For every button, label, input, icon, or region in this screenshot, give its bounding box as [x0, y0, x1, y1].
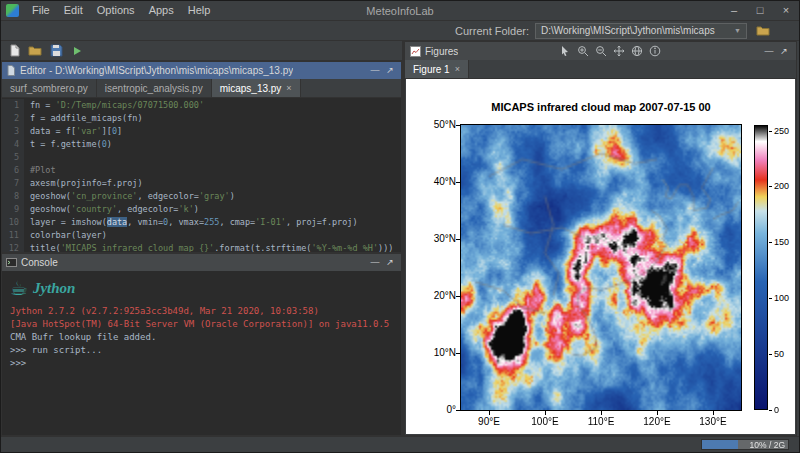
console-output[interactable]: ☕ Jython Jython 2.7.2 (v2.7.2:925a3cc3b4…	[2, 271, 401, 435]
tab-figure-1[interactable]: Figure 1 ×	[405, 60, 469, 78]
console-panel-buttons: — ↗	[368, 255, 397, 270]
open-file-button[interactable]	[26, 42, 44, 60]
editor-minimize-button[interactable]: —	[368, 63, 382, 78]
menu-file[interactable]: File	[25, 1, 57, 20]
code-text: axesm(projinfo=f.proj)	[24, 177, 143, 190]
run-script-button[interactable]	[68, 42, 86, 60]
menu-apps[interactable]: Apps	[142, 1, 181, 20]
left-column: Editor - D:\Working\MIScript\Jython\mis\…	[1, 41, 402, 436]
pan-button[interactable]	[612, 44, 626, 58]
colorbar-tick-label: 0	[774, 405, 779, 415]
line-number: 11	[2, 229, 24, 242]
tick-mark	[456, 296, 460, 297]
minimize-window-button[interactable]: –	[721, 1, 747, 20]
close-tab-icon[interactable]: ×	[286, 83, 291, 93]
line-number: 8	[2, 190, 24, 203]
figure-title: MICAPS infrared cloud map 2007-07-15 00	[460, 101, 742, 113]
app-logo-icon	[6, 4, 19, 17]
colorbar-tick-label: 100	[774, 293, 789, 303]
console-lines: Jython 2.7.2 (v2.7.2:925a3cc3b49d, Mar 2…	[10, 305, 393, 370]
console-minimize-button[interactable]: —	[368, 255, 382, 270]
code-text: geoshow('cn_province', edgecolor='gray')	[24, 190, 235, 203]
globe-icon	[631, 45, 643, 57]
tick-mark	[601, 411, 602, 415]
browse-folder-button[interactable]	[753, 22, 773, 39]
line-number: 7	[2, 177, 24, 190]
x-tick-label: 130°E	[691, 416, 735, 427]
menu-edit[interactable]: Edit	[57, 1, 90, 20]
memory-progress-bar: 10% / 2G	[701, 439, 789, 450]
menu-help[interactable]: Help	[181, 1, 218, 20]
code-text	[24, 151, 35, 164]
code-lines: 1fn = 'D:/Temp/micaps/07071500.000'2f = …	[2, 99, 401, 252]
console-line: CMA Bufr lookup file added.	[10, 331, 393, 344]
code-editor[interactable]: 1fn = 'D:/Temp/micaps/07071500.000'2f = …	[2, 98, 401, 252]
colorbar-tick-label: 50	[774, 349, 784, 359]
console-line: >>>	[10, 357, 393, 370]
full-extent-button[interactable]	[630, 44, 644, 58]
zoom-out-button[interactable]	[594, 44, 608, 58]
zoom-in-button[interactable]	[576, 44, 590, 58]
maximize-window-button[interactable]: □	[747, 1, 773, 20]
code-line: 10layer = imshow(data, vmin=0, vmax=255,…	[2, 216, 401, 229]
colorbar-tick-label: 200	[774, 181, 789, 191]
line-number: 6	[2, 164, 24, 177]
line-number: 2	[2, 112, 24, 125]
console-float-button[interactable]: ↗	[383, 255, 397, 270]
tick-mark	[769, 410, 772, 411]
tick-mark	[769, 186, 772, 187]
code-text: colorbar(layer)	[24, 229, 107, 242]
editor-float-button[interactable]: ↗	[383, 63, 397, 78]
code-line: 2f = addfile_micaps(fn)	[2, 112, 401, 125]
menu-options[interactable]: Options	[90, 1, 142, 20]
tick-mark	[545, 411, 546, 415]
y-tick-label: 40°N	[414, 176, 456, 187]
menubar: File Edit Options Apps Help	[25, 1, 217, 20]
code-line: 11colorbar(layer)	[2, 229, 401, 242]
tab-label: isentropic_analysis.py	[105, 83, 203, 94]
map-canvas[interactable]	[461, 125, 741, 410]
titlebar: File Edit Options Apps Help MeteoInfoLab…	[1, 1, 799, 21]
tab-micaps-13[interactable]: micaps_13.py ×	[212, 79, 301, 97]
code-line: 5	[2, 151, 401, 164]
tab-isentropic-analysis[interactable]: isentropic_analysis.py	[97, 79, 212, 97]
pan-icon	[613, 45, 625, 57]
zoom-out-icon	[595, 45, 607, 57]
select-button[interactable]	[558, 44, 572, 58]
current-folder-bar: Current Folder: D:\Working\MIScript\Jyth…	[1, 21, 799, 41]
new-file-button[interactable]	[5, 42, 23, 60]
identify-button[interactable]	[648, 44, 662, 58]
figures-panel: Figures	[404, 41, 797, 436]
tab-surf-sombrero[interactable]: surf_sombrero.py	[2, 79, 97, 97]
code-text: data = f['var'][0]	[24, 125, 122, 138]
save-file-button[interactable]	[47, 42, 65, 60]
tick-mark	[456, 410, 460, 411]
code-line: 9geoshow('country', edgecolor='k')	[2, 203, 401, 216]
close-window-button[interactable]: ×	[773, 1, 799, 20]
memory-fill	[702, 440, 738, 449]
current-folder-combobox[interactable]: D:\Working\MIScript\Jython\mis\micaps ▼	[535, 23, 747, 39]
jython-logo-text: Jython	[33, 282, 76, 295]
code-text: t = f.gettime(0)	[24, 138, 112, 151]
zoom-in-icon	[577, 45, 589, 57]
close-tab-icon[interactable]: ×	[455, 64, 460, 74]
editor-header-title: Editor - D:\Working\MIScript\Jython\mis\…	[20, 65, 293, 76]
colorbar-tick-label: 250	[774, 126, 789, 136]
tick-mark	[769, 242, 772, 243]
editor-tabbar: surf_sombrero.py isentropic_analysis.py …	[2, 79, 401, 98]
console-icon	[6, 257, 17, 268]
console-header-title: Console	[21, 257, 58, 268]
code-text: fn = 'D:/Temp/micaps/07071500.000'	[24, 99, 204, 112]
chevron-down-icon[interactable]: ▼	[734, 27, 741, 34]
figures-tabbar: Figure 1 ×	[405, 60, 796, 79]
code-text: layer = imshow(data, vmin=0, vmax=255, c…	[24, 216, 358, 229]
tab-label: surf_sombrero.py	[10, 83, 88, 94]
figure-toolbar	[558, 44, 662, 58]
figures-minimize-button[interactable]: —	[762, 44, 776, 59]
figures-float-button[interactable]: ↗	[777, 44, 791, 59]
line-number: 3	[2, 125, 24, 138]
line-number: 1	[2, 99, 24, 112]
code-text: #Plot	[24, 164, 56, 177]
tick-mark	[769, 298, 772, 299]
figures-panel-header: Figures	[405, 42, 796, 60]
